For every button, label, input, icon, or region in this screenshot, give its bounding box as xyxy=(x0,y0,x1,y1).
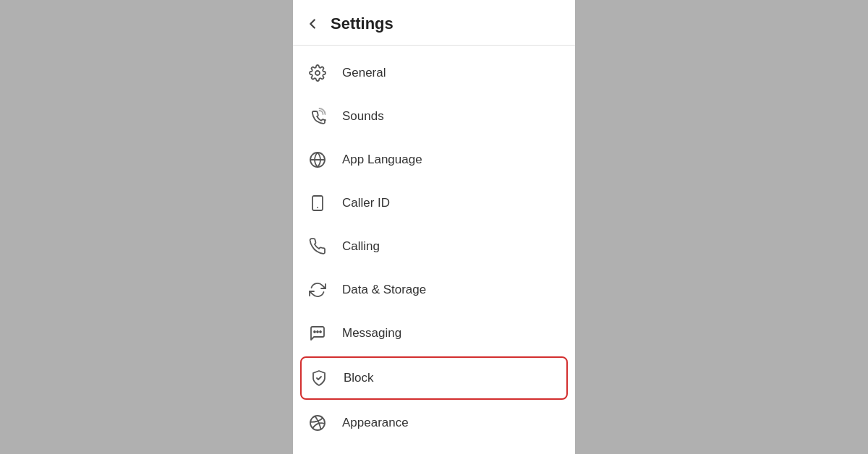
menu-label-sounds: Sounds xyxy=(342,109,384,124)
menu-label-block: Block xyxy=(344,371,374,385)
menu-label-data-storage: Data & Storage xyxy=(342,283,426,297)
menu-item-app-language[interactable]: App Language xyxy=(293,138,575,181)
phone-icon xyxy=(307,236,328,257)
svg-rect-3 xyxy=(312,196,323,210)
menu-item-general[interactable]: General xyxy=(293,51,575,95)
menu-label-appearance: Appearance xyxy=(342,416,409,430)
appearance-icon xyxy=(307,413,328,433)
phone-outline-icon xyxy=(307,193,328,213)
menu-label-general: General xyxy=(342,66,386,80)
menu-label-messaging: Messaging xyxy=(342,326,401,340)
back-button[interactable] xyxy=(305,13,326,35)
menu-item-backup[interactable]: Backup xyxy=(293,445,575,454)
gear-icon xyxy=(307,63,328,83)
menu-item-caller-id[interactable]: Caller ID xyxy=(293,181,575,225)
menu-label-app-language: App Language xyxy=(342,153,422,167)
shield-icon xyxy=(309,368,329,388)
menu-item-data-storage[interactable]: Data & Storage xyxy=(293,268,575,312)
menu-item-sounds[interactable]: Sounds xyxy=(293,95,575,138)
menu-label-caller-id: Caller ID xyxy=(342,196,390,210)
page-title: Settings xyxy=(331,14,393,33)
menu-item-calling[interactable]: Calling xyxy=(293,225,575,268)
settings-panel: Settings General Sounds xyxy=(293,0,575,454)
settings-menu: General Sounds App Languag xyxy=(293,46,575,454)
menu-item-messaging[interactable]: Messaging xyxy=(293,312,575,355)
menu-item-block[interactable]: Block xyxy=(300,356,568,400)
messaging-icon xyxy=(307,323,328,343)
svg-point-0 xyxy=(315,71,320,75)
globe-icon xyxy=(307,150,328,170)
menu-label-calling: Calling xyxy=(342,239,380,254)
svg-point-6 xyxy=(314,331,315,333)
sounds-icon xyxy=(307,106,328,127)
svg-point-5 xyxy=(317,331,318,333)
header: Settings xyxy=(293,0,575,46)
svg-point-7 xyxy=(320,331,321,333)
menu-item-appearance[interactable]: Appearance xyxy=(293,401,575,445)
data-icon xyxy=(307,280,328,300)
